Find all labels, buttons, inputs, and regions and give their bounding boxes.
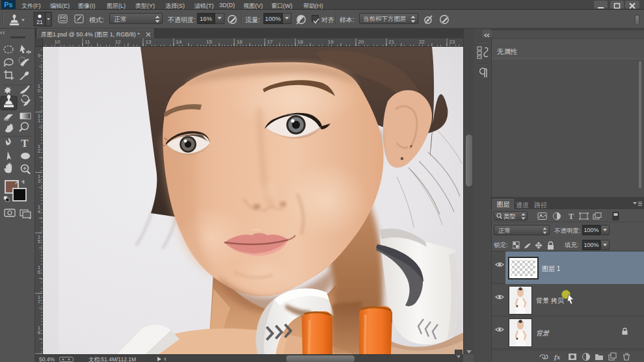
svg-text:T: T [569,212,574,220]
svg-text:fx: fx [554,353,561,361]
svg-text:T: T [21,137,29,149]
svg-text:21: 21 [36,19,43,25]
